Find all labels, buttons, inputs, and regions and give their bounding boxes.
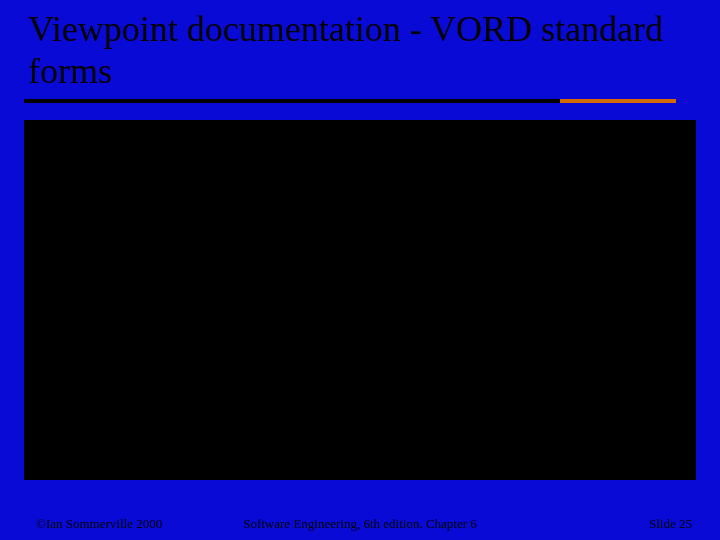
- footer: ©Ian Sommerville 2000 Software Engineeri…: [0, 517, 720, 530]
- slide-title: Viewpoint documentation - VORD standard …: [28, 8, 720, 93]
- footer-right: Slide 25: [649, 517, 692, 530]
- footer-center: Software Engineering, 6th edition. Chapt…: [243, 517, 477, 530]
- slide: Viewpoint documentation - VORD standard …: [0, 0, 720, 540]
- footer-left: ©Ian Sommerville 2000: [36, 517, 162, 530]
- title-divider: [24, 99, 676, 103]
- title-block: Viewpoint documentation - VORD standard …: [0, 0, 720, 93]
- slide-body: [24, 120, 696, 480]
